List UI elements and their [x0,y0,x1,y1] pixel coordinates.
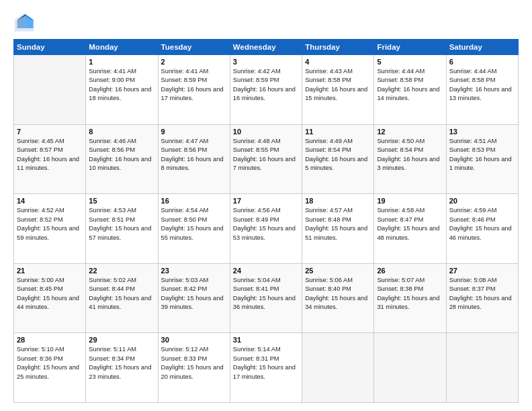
day-number: 9 [161,128,227,136]
weekday-header: Sunday [14,40,86,55]
calendar-cell: 1Sunrise: 4:41 AM Sunset: 9:00 PM Daylig… [86,55,158,125]
calendar-cell: 30Sunrise: 5:12 AM Sunset: 8:33 PM Dayli… [158,333,230,403]
day-number: 10 [233,128,299,136]
logo-icon [13,12,35,34]
day-number: 5 [377,58,443,66]
day-info: Sunrise: 5:14 AM Sunset: 8:31 PM Dayligh… [233,345,299,381]
calendar-cell: 22Sunrise: 5:02 AM Sunset: 8:44 PM Dayli… [86,263,158,333]
day-info: Sunrise: 4:47 AM Sunset: 8:56 PM Dayligh… [161,137,227,173]
page: SundayMondayTuesdayWednesdayThursdayFrid… [0,0,532,411]
weekday-header: Monday [86,40,158,55]
day-info: Sunrise: 5:04 AM Sunset: 8:41 PM Dayligh… [233,276,299,312]
calendar-cell: 24Sunrise: 5:04 AM Sunset: 8:41 PM Dayli… [230,263,302,333]
calendar-cell: 17Sunrise: 4:56 AM Sunset: 8:49 PM Dayli… [230,194,302,264]
day-number: 11 [305,128,371,136]
day-number: 17 [233,197,299,205]
day-number: 2 [161,58,227,66]
day-info: Sunrise: 4:58 AM Sunset: 8:47 PM Dayligh… [377,206,443,242]
weekday-header: Thursday [302,40,374,55]
day-info: Sunrise: 4:42 AM Sunset: 8:59 PM Dayligh… [233,67,299,103]
day-info: Sunrise: 5:06 AM Sunset: 8:40 PM Dayligh… [305,276,371,312]
day-info: Sunrise: 5:12 AM Sunset: 8:33 PM Dayligh… [161,345,227,381]
calendar-cell [14,55,86,125]
day-info: Sunrise: 5:07 AM Sunset: 8:38 PM Dayligh… [377,276,443,312]
day-number: 21 [17,267,83,275]
calendar-cell: 2Sunrise: 4:41 AM Sunset: 8:59 PM Daylig… [158,55,230,125]
day-info: Sunrise: 4:56 AM Sunset: 8:49 PM Dayligh… [233,206,299,242]
day-number: 6 [449,58,515,66]
calendar-cell: 16Sunrise: 4:54 AM Sunset: 8:50 PM Dayli… [158,194,230,264]
day-info: Sunrise: 4:41 AM Sunset: 8:59 PM Dayligh… [161,67,227,103]
day-info: Sunrise: 5:08 AM Sunset: 8:37 PM Dayligh… [449,276,515,312]
day-number: 24 [233,267,299,275]
calendar-cell: 31Sunrise: 5:14 AM Sunset: 8:31 PM Dayli… [230,333,302,403]
day-info: Sunrise: 5:03 AM Sunset: 8:42 PM Dayligh… [161,276,227,312]
day-number: 14 [17,197,83,205]
day-number: 13 [449,128,515,136]
calendar-week-row: 14Sunrise: 4:52 AM Sunset: 8:52 PM Dayli… [14,194,519,264]
day-number: 23 [161,267,227,275]
calendar-cell: 12Sunrise: 4:50 AM Sunset: 8:54 PM Dayli… [374,124,446,194]
calendar-cell: 19Sunrise: 4:58 AM Sunset: 8:47 PM Dayli… [374,194,446,264]
calendar-week-row: 1Sunrise: 4:41 AM Sunset: 9:00 PM Daylig… [14,55,519,125]
calendar-cell: 6Sunrise: 4:44 AM Sunset: 8:58 PM Daylig… [446,55,518,125]
day-info: Sunrise: 5:11 AM Sunset: 8:34 PM Dayligh… [89,345,154,381]
day-number: 30 [161,336,227,344]
calendar-cell: 18Sunrise: 4:57 AM Sunset: 8:48 PM Dayli… [302,194,374,264]
day-info: Sunrise: 4:53 AM Sunset: 8:51 PM Dayligh… [89,206,154,242]
calendar-cell: 7Sunrise: 4:45 AM Sunset: 8:57 PM Daylig… [14,124,86,194]
day-number: 8 [89,128,154,136]
header [13,12,519,34]
day-info: Sunrise: 4:46 AM Sunset: 8:56 PM Dayligh… [89,137,154,173]
day-info: Sunrise: 4:41 AM Sunset: 9:00 PM Dayligh… [89,67,154,103]
calendar-week-row: 21Sunrise: 5:00 AM Sunset: 8:45 PM Dayli… [14,263,519,333]
calendar-cell: 25Sunrise: 5:06 AM Sunset: 8:40 PM Dayli… [302,263,374,333]
calendar-cell: 14Sunrise: 4:52 AM Sunset: 8:52 PM Dayli… [14,194,86,264]
day-info: Sunrise: 4:49 AM Sunset: 8:54 PM Dayligh… [305,137,371,173]
calendar-cell: 21Sunrise: 5:00 AM Sunset: 8:45 PM Dayli… [14,263,86,333]
day-number: 12 [377,128,443,136]
calendar-week-row: 28Sunrise: 5:10 AM Sunset: 8:36 PM Dayli… [14,333,519,403]
day-number: 18 [305,197,371,205]
day-number: 15 [89,197,154,205]
day-info: Sunrise: 4:51 AM Sunset: 8:53 PM Dayligh… [449,137,515,173]
day-info: Sunrise: 5:10 AM Sunset: 8:36 PM Dayligh… [17,345,83,381]
day-number: 27 [449,267,515,275]
day-number: 4 [305,58,371,66]
day-number: 22 [89,267,154,275]
day-info: Sunrise: 4:44 AM Sunset: 8:58 PM Dayligh… [377,67,443,103]
calendar-cell: 9Sunrise: 4:47 AM Sunset: 8:56 PM Daylig… [158,124,230,194]
calendar-cell: 3Sunrise: 4:42 AM Sunset: 8:59 PM Daylig… [230,55,302,125]
calendar-cell: 10Sunrise: 4:48 AM Sunset: 8:55 PM Dayli… [230,124,302,194]
day-info: Sunrise: 4:44 AM Sunset: 8:58 PM Dayligh… [449,67,515,103]
day-info: Sunrise: 4:50 AM Sunset: 8:54 PM Dayligh… [377,137,443,173]
calendar-cell [374,333,446,403]
svg-marker-2 [26,14,34,28]
weekday-header: Wednesday [230,40,302,55]
day-info: Sunrise: 4:48 AM Sunset: 8:55 PM Dayligh… [233,137,299,173]
day-number: 25 [305,267,371,275]
day-number: 19 [377,197,443,205]
calendar-cell: 11Sunrise: 4:49 AM Sunset: 8:54 PM Dayli… [302,124,374,194]
calendar-cell: 23Sunrise: 5:03 AM Sunset: 8:42 PM Dayli… [158,263,230,333]
calendar-cell: 26Sunrise: 5:07 AM Sunset: 8:38 PM Dayli… [374,263,446,333]
day-info: Sunrise: 4:52 AM Sunset: 8:52 PM Dayligh… [17,206,83,242]
calendar-cell: 20Sunrise: 4:59 AM Sunset: 8:46 PM Dayli… [446,194,518,264]
calendar-cell: 28Sunrise: 5:10 AM Sunset: 8:36 PM Dayli… [14,333,86,403]
day-info: Sunrise: 5:02 AM Sunset: 8:44 PM Dayligh… [89,276,154,312]
calendar-cell: 5Sunrise: 4:44 AM Sunset: 8:58 PM Daylig… [374,55,446,125]
weekday-header-row: SundayMondayTuesdayWednesdayThursdayFrid… [14,40,519,55]
day-number: 7 [17,128,83,136]
calendar-cell: 13Sunrise: 4:51 AM Sunset: 8:53 PM Dayli… [446,124,518,194]
day-number: 29 [89,336,154,344]
calendar-cell: 8Sunrise: 4:46 AM Sunset: 8:56 PM Daylig… [86,124,158,194]
day-number: 1 [89,58,154,66]
day-number: 28 [17,336,83,344]
day-info: Sunrise: 4:43 AM Sunset: 8:58 PM Dayligh… [305,67,371,103]
calendar-cell: 27Sunrise: 5:08 AM Sunset: 8:37 PM Dayli… [446,263,518,333]
day-number: 16 [161,197,227,205]
day-number: 3 [233,58,299,66]
calendar-cell: 4Sunrise: 4:43 AM Sunset: 8:58 PM Daylig… [302,55,374,125]
day-number: 31 [233,336,299,344]
day-info: Sunrise: 4:45 AM Sunset: 8:57 PM Dayligh… [17,137,83,173]
